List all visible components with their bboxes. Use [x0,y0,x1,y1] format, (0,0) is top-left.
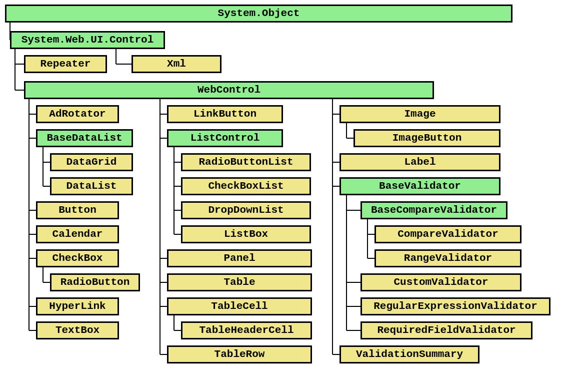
node-tablerow: TableRow [167,345,312,363]
node-listcontrol: ListControl [167,129,283,147]
node-regexvalidator: RegularExpressionValidator [360,297,550,315]
node-checkboxlist: CheckBoxList [181,177,311,195]
node-checkbox: CheckBox [36,249,119,267]
node-label: Label [340,153,500,171]
node-image: Image [340,105,500,123]
node-repeater: Repeater [24,55,107,73]
node-tableheadercell: TableHeaderCell [181,321,312,339]
node-button: Button [36,201,119,219]
node-rangevalidator: RangeValidator [374,249,522,267]
node-webcontrol: WebControl [24,81,434,99]
node-basedatalist: BaseDataList [36,129,133,147]
node-adrotator: AdRotator [36,105,119,123]
node-imagebutton: ImageButton [354,129,500,147]
node-table: Table [167,273,312,291]
node-radiobuttonlist: RadioButtonList [181,153,311,171]
node-radiobutton: RadioButton [50,273,140,291]
node-textbox: TextBox [36,321,119,339]
node-basevalidator: BaseValidator [340,177,500,195]
node-validationsummary: ValidationSummary [340,345,480,363]
node-hyperlink: HyperLink [36,297,119,315]
node-datagrid: DataGrid [50,153,133,171]
node-system-web-ui-control: System.Web.UI.Control [10,31,165,49]
node-tablecell: TableCell [167,297,312,315]
node-panel: Panel [167,249,312,267]
node-customvalidator: CustomValidator [360,273,522,291]
class-hierarchy-diagram: System.Object System.Web.UI.Control Repe… [0,0,588,376]
node-linkbutton: LinkButton [167,105,283,123]
node-xml: Xml [132,55,222,73]
node-comparevalidator: CompareValidator [374,225,522,243]
node-dropdownlist: DropDownList [181,201,311,219]
node-calendar: Calendar [36,225,119,243]
node-datalist: DataList [50,177,133,195]
node-basecomparevalidator: BaseCompareValidator [360,201,508,219]
node-listbox: ListBox [181,225,311,243]
node-requiredfieldvalidator: RequiredFieldValidator [360,321,532,339]
node-system-object: System.Object [5,5,512,23]
